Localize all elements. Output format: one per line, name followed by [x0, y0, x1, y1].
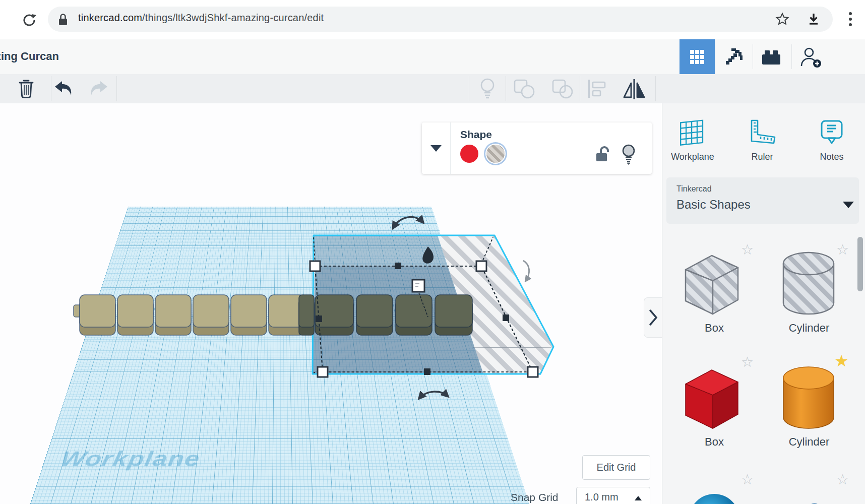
undo-icon [53, 80, 74, 97]
lightbulb-icon[interactable] [621, 144, 637, 167]
download-icon[interactable] [805, 10, 823, 28]
ruler-icon [748, 118, 777, 147]
shape-label: Box [679, 322, 750, 335]
browser-menu-icon[interactable] [843, 10, 858, 28]
workplane-icon [678, 118, 707, 147]
group-icon [513, 79, 535, 99]
snap-grid-label: Snap Grid [511, 491, 559, 503]
rotate-arrow-top[interactable] [393, 217, 423, 228]
orange-cylinder-thumb [779, 364, 838, 432]
inspector-collapse-button[interactable] [422, 122, 451, 174]
hole-cylinder-thumb [779, 249, 838, 318]
app-header: zing Curcan [0, 39, 865, 75]
undo-button[interactable] [52, 77, 75, 101]
sidebar-scrollbar[interactable] [857, 237, 863, 291]
lock-icon [56, 12, 70, 27]
tinkercad-editor-window: tinkercad.com/things/ltk3wdjShkf-amazing… [0, 0, 865, 504]
minecraft-export-button[interactable] [718, 39, 750, 74]
favorite-star-icon[interactable]: ☆ [741, 355, 754, 369]
bookmark-star-icon[interactable] [773, 10, 791, 28]
group-button[interactable] [512, 77, 536, 101]
shape-label: Box [679, 435, 750, 449]
browser-chrome: tinkercad.com/things/ltk3wdjShkf-amazing… [0, 0, 865, 39]
favorite-star-filled-icon[interactable]: ★ [834, 353, 849, 369]
favorite-star-icon[interactable]: ☆ [836, 473, 849, 487]
ungroup-icon [551, 79, 574, 99]
pickaxe-icon [724, 47, 744, 67]
tab-notes[interactable]: Notes [804, 118, 859, 162]
shape-label: Cylinder [774, 322, 844, 335]
mirror-button[interactable] [622, 77, 647, 101]
rotate-arrow-right[interactable] [523, 261, 529, 281]
notes-icon [817, 118, 846, 147]
sphere-thumb [687, 490, 742, 504]
shape-item-red-box[interactable] [682, 364, 742, 434]
chevron-right-icon [648, 308, 659, 327]
shape-inspector-panel: Shape [422, 122, 652, 174]
snap-grid-value: 1.0 mm [585, 491, 619, 503]
shape-library-select[interactable]: Tinkercad Basic Shapes [666, 177, 859, 224]
snap-grid-caret-icon[interactable] [635, 496, 642, 500]
url-path: /things/ltk3wdjShkf-amazing-curcan/edit [142, 12, 324, 23]
tab-workplane[interactable]: Workplane [665, 118, 720, 162]
chevron-down-icon [430, 145, 442, 152]
brick-icon [761, 48, 781, 66]
align-icon [586, 79, 607, 99]
favorite-star-icon[interactable]: ☆ [741, 243, 754, 257]
lock-icon[interactable] [595, 145, 612, 165]
tile-row-tan[interactable] [74, 295, 304, 335]
hole-box-thumb [682, 249, 742, 318]
grid-icon [689, 49, 705, 65]
chevron-down-icon [843, 202, 854, 208]
inspector-title: Shape [460, 129, 492, 141]
brick-export-button[interactable] [755, 39, 787, 74]
tab-notes-label: Notes [804, 152, 859, 162]
url-text[interactable]: tinkercad.com/things/ltk3wdjShkf-amazing… [78, 12, 324, 24]
library-name: Tinkercad [676, 184, 712, 194]
ungroup-button[interactable] [550, 77, 575, 101]
library-category: Basic Shapes [676, 198, 751, 212]
shape-item-hole-cylinder[interactable] [779, 249, 838, 320]
redo-icon [89, 80, 109, 97]
panel-collapse-tab[interactable] [644, 297, 662, 338]
show-all-button[interactable] [476, 77, 499, 101]
editor-toolbar: Import Export Send To [0, 74, 865, 104]
shape-item-scribble-partial[interactable] [791, 495, 852, 504]
shape-label: Cylinder [774, 435, 844, 449]
tab-ruler[interactable]: Ruler [734, 118, 790, 162]
reload-icon[interactable] [20, 11, 38, 29]
color-swatch-red[interactable] [460, 145, 478, 163]
tab-workplane-label: Workplane [665, 152, 720, 162]
rotate-arrow-bottom[interactable] [419, 392, 448, 398]
design-title[interactable]: zing Curcan [0, 50, 101, 65]
delete-button[interactable] [15, 77, 37, 101]
url-domain: tinkercad.com [78, 12, 142, 23]
redo-button[interactable] [87, 77, 110, 101]
person-add-icon [799, 46, 822, 68]
edit-grid-button[interactable]: Edit Grid [582, 455, 650, 480]
trash-icon [17, 78, 36, 99]
tab-ruler-label: Ruler [734, 152, 790, 162]
red-box-thumb [682, 364, 742, 432]
share-invite-button[interactable] [794, 39, 827, 74]
mirror-icon [622, 78, 646, 99]
dashboard-grid-button[interactable] [679, 39, 715, 74]
shape-item-hole-box[interactable] [682, 249, 742, 320]
favorite-star-icon[interactable]: ☆ [741, 473, 754, 487]
hole-swatch-selected[interactable] [486, 145, 505, 163]
lightbulb-outline-icon [479, 78, 496, 100]
scribble-thumb [791, 495, 852, 504]
elevation-handle[interactable] [412, 280, 424, 292]
tile-row-olive[interactable] [299, 295, 472, 335]
snap-grid-select[interactable]: 1.0 mm [576, 487, 650, 504]
favorite-star-icon[interactable]: ☆ [836, 243, 849, 257]
shape-item-sphere-partial[interactable] [687, 490, 742, 504]
align-button[interactable] [585, 77, 609, 101]
shape-item-orange-cylinder[interactable] [779, 364, 838, 434]
